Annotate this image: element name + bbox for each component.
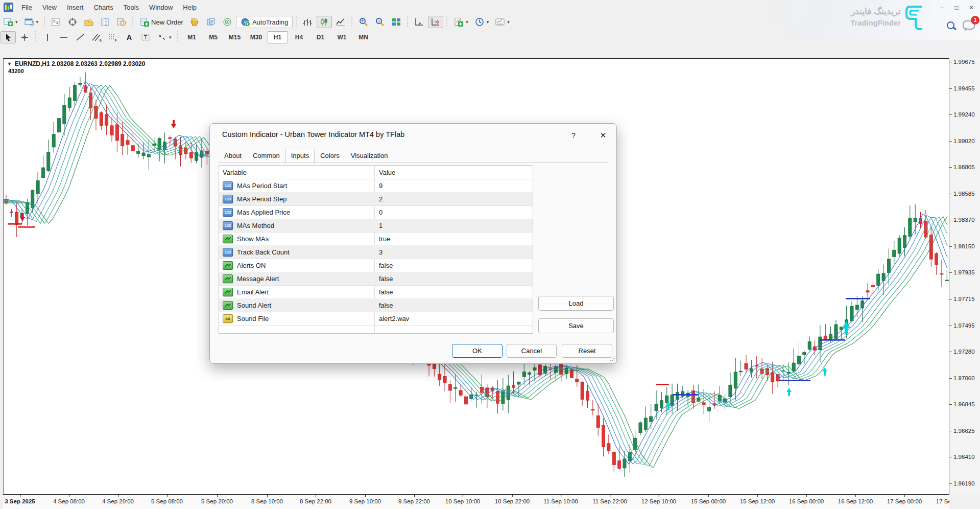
dropdown-caret-icon[interactable]: ▾ xyxy=(36,19,39,25)
timeframe-w1[interactable]: W1 xyxy=(332,31,352,43)
search-icon[interactable] xyxy=(947,21,954,29)
periods-button[interactable]: ▾ xyxy=(472,16,492,28)
cursor-button[interactable] xyxy=(1,31,16,43)
profiles-button[interactable]: ▾ xyxy=(21,16,41,28)
input-row-mas-period-step[interactable]: 123 MAs Period Step 2 xyxy=(219,192,533,205)
zoom-out-button[interactable]: − xyxy=(372,16,388,28)
line-chart-button[interactable] xyxy=(333,16,348,28)
input-row-email-alert[interactable]: Email Alert false xyxy=(219,285,533,298)
minimize-button[interactable]: – xyxy=(936,3,947,12)
reset-button[interactable]: Reset xyxy=(562,344,612,358)
timeframe-m1[interactable]: M1 xyxy=(182,31,202,43)
text-button[interactable]: A xyxy=(122,31,137,43)
timeframe-mn[interactable]: MN xyxy=(353,31,374,43)
parameter-value[interactable]: alert2.wav xyxy=(374,315,409,322)
input-row-mas-period-start[interactable]: 123 MAs Period Start 9 xyxy=(219,179,533,192)
dialog-help-button[interactable]: ? xyxy=(567,129,580,142)
menu-charts[interactable]: Charts xyxy=(88,1,118,14)
crosshair-target-button[interactable] xyxy=(65,16,80,28)
input-row-sound-alert[interactable]: Sound Alert false xyxy=(219,298,533,312)
price-axis[interactable]: 1.996751.994551.992401.990201.988051.985… xyxy=(949,58,980,495)
input-row-message-alert[interactable]: Message Alert false xyxy=(219,272,533,285)
dialog-close-icon[interactable]: ✕ xyxy=(595,128,611,143)
dropdown-caret-icon[interactable]: ▾ xyxy=(466,19,468,25)
candle-chart-button[interactable] xyxy=(317,16,332,28)
ok-button[interactable]: OK xyxy=(452,344,503,358)
timeframe-d1[interactable]: D1 xyxy=(310,31,331,43)
zoom-in-button[interactable]: + xyxy=(356,16,371,28)
hline-button[interactable] xyxy=(56,31,71,43)
tile-windows-button[interactable] xyxy=(389,16,404,28)
price-tick-label: 1.96625 xyxy=(953,428,975,434)
parameter-value[interactable]: false xyxy=(374,302,393,309)
market-watch-button[interactable] xyxy=(98,16,113,28)
input-row-alerts-on[interactable]: Alerts ON false xyxy=(219,259,533,272)
autotrading-button[interactable]: AutoTrading xyxy=(236,16,293,28)
shapes-button[interactable]: ▾ xyxy=(154,31,174,43)
cancel-button[interactable]: Cancel xyxy=(507,344,557,358)
parameter-value[interactable]: false xyxy=(374,275,393,283)
menu-view[interactable]: View xyxy=(37,1,62,14)
vline-button[interactable] xyxy=(40,31,55,43)
load-button[interactable]: Load xyxy=(538,296,614,311)
parameter-value[interactable]: 0 xyxy=(374,209,383,216)
menu-help[interactable]: Help xyxy=(178,1,202,14)
input-row-track-back-count[interactable]: 123 Track Back Count 3 xyxy=(219,245,533,259)
tab-about[interactable]: About xyxy=(219,149,247,163)
timeframe-h4[interactable]: H4 xyxy=(289,31,309,43)
input-row-show-mas[interactable]: Show MAs true xyxy=(219,232,533,245)
close-button[interactable]: ✕ xyxy=(966,3,977,12)
input-row-mas-method[interactable]: 123 MAs Method 1 xyxy=(219,219,533,232)
tab-colors[interactable]: Colors xyxy=(315,149,345,163)
favorites-button[interactable] xyxy=(81,16,97,28)
chart-shift-button[interactable] xyxy=(428,16,443,28)
dropdown-caret-icon[interactable]: ▾ xyxy=(15,19,18,25)
trendline-button[interactable] xyxy=(73,31,88,43)
menu-tools[interactable]: Tools xyxy=(118,1,144,14)
symbol-dropdown-icon[interactable]: ▼ xyxy=(7,61,12,66)
menu-window[interactable]: Window xyxy=(144,1,178,14)
bar-chart-button[interactable] xyxy=(300,16,316,28)
notifications-icon[interactable]: 1 xyxy=(963,20,975,30)
fibonacci-button[interactable]: F xyxy=(105,31,121,43)
dialog-resize-grip[interactable] xyxy=(610,357,615,362)
channel-button[interactable]: E xyxy=(89,31,104,43)
parameter-value[interactable]: 3 xyxy=(374,248,383,256)
tab-common[interactable]: Common xyxy=(247,149,285,163)
crosshair-button[interactable] xyxy=(17,31,32,43)
parameter-value[interactable]: 2 xyxy=(374,195,383,203)
menu-insert[interactable]: Insert xyxy=(62,1,89,14)
new-chart-button[interactable]: ▾ xyxy=(1,16,20,28)
symbols-button[interactable] xyxy=(49,16,64,28)
timeframe-m15[interactable]: M15 xyxy=(225,31,245,43)
dropdown-caret-icon[interactable]: ▾ xyxy=(169,35,172,40)
input-row-mas-applied-price[interactable]: 123 Mas Applied Price 0 xyxy=(219,205,533,219)
tab-visualization[interactable]: Visualization xyxy=(345,149,394,163)
parameter-value[interactable]: 9 xyxy=(374,182,383,190)
menu-file[interactable]: File xyxy=(16,1,37,14)
new-order-button[interactable]: New Order xyxy=(137,16,186,28)
parameter-value[interactable]: false xyxy=(374,262,393,269)
tab-inputs[interactable]: Inputs xyxy=(285,149,315,163)
parameter-value[interactable]: true xyxy=(374,235,390,243)
mql-community-button[interactable] xyxy=(203,16,219,28)
indicators-button[interactable]: ▾ xyxy=(451,16,471,28)
experts-button[interactable] xyxy=(187,16,202,28)
parameter-value[interactable]: 1 xyxy=(374,222,383,229)
input-row-sound-file[interactable]: ab Sound File alert2.wav xyxy=(219,312,533,325)
timeframe-m30[interactable]: M30 xyxy=(246,31,267,43)
save-button[interactable]: Save xyxy=(538,318,614,333)
timeframe-m5[interactable]: M5 xyxy=(203,31,224,43)
templates-button[interactable]: ▾ xyxy=(492,16,512,28)
sonar-button[interactable] xyxy=(220,16,235,28)
time-axis[interactable]: 3 Sep 20254 Sep 08:004 Sep 20:005 Sep 08… xyxy=(3,494,949,509)
restore-button[interactable]: □ xyxy=(951,3,962,12)
parameter-value[interactable]: false xyxy=(374,288,393,296)
label-button[interactable]: T xyxy=(138,31,153,43)
data-window-button[interactable] xyxy=(114,16,129,28)
dropdown-caret-icon[interactable]: ▾ xyxy=(507,19,510,25)
dropdown-caret-icon[interactable]: ▾ xyxy=(487,19,489,25)
auto-scroll-button[interactable] xyxy=(412,16,427,28)
mt4-app-icon[interactable] xyxy=(4,3,13,12)
timeframe-h1[interactable]: H1 xyxy=(268,31,288,43)
